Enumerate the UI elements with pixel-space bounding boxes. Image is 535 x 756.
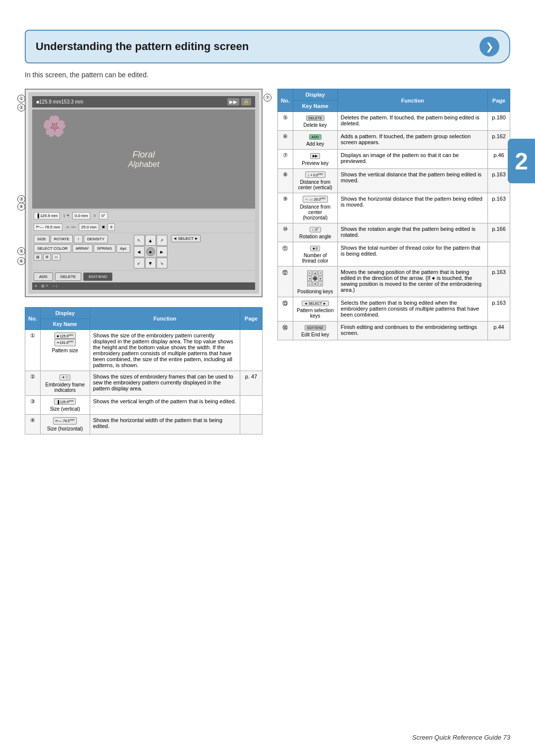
mn-left: ◄ <box>307 276 312 281</box>
r5-key-img: DELETE <box>296 114 334 121</box>
r7-key-label: Preview key <box>296 161 334 166</box>
r6-key-img: ADD <box>296 133 334 140</box>
r7-function: Displays an image of the pattern so that… <box>337 150 487 169</box>
r6-key-icon: ADD <box>309 134 321 140</box>
right-th-no: No. <box>278 89 293 112</box>
screen-size-text: 125.9 mm <box>39 99 61 105</box>
grid-button[interactable]: ⊞ <box>43 254 51 261</box>
annotation-6: ⑥ <box>17 257 25 265</box>
r12-key-img: ↖ ▲ ↗ ◄ ● ► ↙ ▼ ↘ <box>296 269 334 287</box>
nav-up[interactable]: ▲ <box>145 235 156 246</box>
row2-no: ② <box>25 371 41 396</box>
right-table: No. Display Function Page Key Name ⑤ <box>277 89 510 340</box>
table-row: ③ ▐ 125.9mm Size (vertical) Shows the ve… <box>25 396 263 415</box>
row2-display: ✦ □ Embroidery frame indicators <box>40 371 90 396</box>
mn-center: ● <box>313 276 318 281</box>
row3-no: ③ <box>25 396 41 415</box>
select-color-button[interactable]: SELECT COLOR <box>34 244 71 253</box>
rotate-button[interactable]: ROTATE <box>51 235 73 243</box>
row3-display: ▐ 125.9mm Size (vertical) <box>40 396 90 415</box>
left-th-no: No. <box>25 308 41 330</box>
r14-key-icon: EDIT/END <box>305 325 326 330</box>
nav-left[interactable]: ◄ <box>134 246 145 257</box>
r11-key-img: ■ 6 <box>296 245 334 251</box>
right-column: No. Display Function Page Key Name ⑤ <box>277 89 510 434</box>
r11-function: Shows the total number of thread color f… <box>337 242 487 266</box>
r13-display: ◄ SELECT ► Pattern selection keys <box>293 297 337 321</box>
row3-function: Shows the vertical length of the pattern… <box>90 396 240 415</box>
table-row: ④ ⊢— 78.5mm Size (horizontal) Shows the … <box>25 415 263 434</box>
r9-no: ⑨ <box>278 193 293 223</box>
abc-button[interactable]: Ayc <box>116 244 130 253</box>
table-row: ⑤ DELETE Delete key Deletes the pattern.… <box>278 112 510 131</box>
select-label: SELECT <box>178 236 193 241</box>
r12-function: Moves the sewing position of the pattern… <box>337 266 487 297</box>
r12-page: p.163 <box>488 266 510 297</box>
row1-key-icon2: ━ 161.6mm <box>54 339 76 346</box>
r14-no: ⑭ <box>278 321 293 340</box>
annotation-5: ⑤ <box>17 247 25 255</box>
r13-function: Selects the pattern that is being edited… <box>337 297 487 321</box>
resize-button[interactable]: ↕ <box>74 235 83 243</box>
status-icon-1: ≡ <box>35 284 37 288</box>
r11-display: ■ 6 Number of thread color <box>293 242 337 266</box>
table-row: ⑨ ↔ — 26.0mm Distance from center (horiz… <box>278 193 510 223</box>
nav-ul[interactable]: ↖ <box>134 235 145 246</box>
annotation-1: ① <box>17 95 25 103</box>
right-th-function: Function <box>337 89 487 112</box>
r7-key-icon: ▶▶ <box>310 153 320 159</box>
r10-page: p.166 <box>488 223 510 242</box>
left-th-keyname: Key Name <box>40 319 90 330</box>
r5-display: DELETE Delete key <box>293 112 337 131</box>
screen-mockup: ■ 125.9 mm 153.3 mm ▶▶ 🔒 🌸 <box>25 89 263 297</box>
screen-header: ■ 125.9 mm 153.3 mm ▶▶ 🔒 <box>32 96 255 108</box>
title-box: Understanding the pattern editing screen… <box>25 30 510 63</box>
spring-button[interactable]: SPRING <box>94 244 116 253</box>
add-bottom-btn[interactable]: ADD <box>34 272 53 281</box>
nav-right[interactable]: ► <box>157 246 167 257</box>
r8-no: ⑧ <box>278 169 293 193</box>
nav-dl[interactable]: ↙ <box>134 258 145 269</box>
r11-page <box>488 242 510 266</box>
r10-display: ○ 0° Rotation angle <box>293 223 337 242</box>
annotation-3: ③ <box>17 195 25 203</box>
r7-no: ⑦ <box>278 150 293 169</box>
r10-key-icon: ○ 0° <box>310 227 321 232</box>
screen-icon-1: ▶▶ <box>227 98 239 106</box>
left-buttons: SIZE ROTATE ↕ DENSITY SELECT COLOR ARRAY… <box>34 235 130 261</box>
r8-key-icon: ↕ + 0.0mm <box>305 171 325 178</box>
table-row: ⑦ ▶▶ Preview key Displays an image of th… <box>278 150 510 169</box>
delete-bottom-btn[interactable]: DELETE <box>55 272 81 281</box>
left-th-display: Display <box>40 308 90 319</box>
right-th-keyname: Key Name <box>293 101 337 112</box>
select-key[interactable]: ◄ SELECT ► <box>171 235 201 242</box>
array-button[interactable]: ARRAY <box>72 244 93 253</box>
row2-key-img: ✦ □ <box>44 374 87 380</box>
row1-key-label: Pattern size <box>44 348 87 353</box>
mini-nav-grid: ↖ ▲ ↗ ◄ ● ► ↙ ▼ ↘ <box>307 270 323 286</box>
info-thread-num: 6 <box>107 223 114 231</box>
status-bar: ≡ ⊞ ? ↔↕ <box>32 282 255 290</box>
r14-display: EDIT/END Edit End key <box>293 321 337 340</box>
r8-display: ↕ + 0.0mm Distance from center (vertical… <box>293 169 337 193</box>
r14-key-img: EDIT/END <box>296 324 334 330</box>
info-sep3: ↔ — <box>64 223 77 231</box>
right-th-display: Display <box>293 89 337 101</box>
size-button[interactable]: SIZE <box>34 235 50 243</box>
page-footer: Screen Quick Reference Guide 73 <box>412 734 510 741</box>
edit-end-btn[interactable]: EDIT/END <box>83 272 112 281</box>
table-row: ⑭ EDIT/END Edit End key Finish editing a… <box>278 321 510 340</box>
main-content: ■ 125.9 mm 153.3 mm ▶▶ 🔒 🌸 <box>25 89 510 434</box>
overlap-button[interactable]: ▭ <box>52 254 60 261</box>
r9-function: Shows the horizontal distance that the p… <box>337 193 487 223</box>
nav-center[interactable]: ● <box>146 247 155 256</box>
layout-button[interactable]: ▤ <box>34 254 42 261</box>
r13-page: p.163 <box>488 297 510 321</box>
density-button[interactable]: DENSITY <box>84 235 108 243</box>
mn-up: ▲ <box>313 270 318 275</box>
nav-ur[interactable]: ↗ <box>157 235 167 246</box>
row1-function: Shows the size of the embroidery pattern… <box>90 330 240 371</box>
nav-dr[interactable]: ↘ <box>157 258 167 269</box>
row3-key-label: Size (vertical) <box>44 406 87 412</box>
nav-down[interactable]: ▼ <box>145 258 156 269</box>
